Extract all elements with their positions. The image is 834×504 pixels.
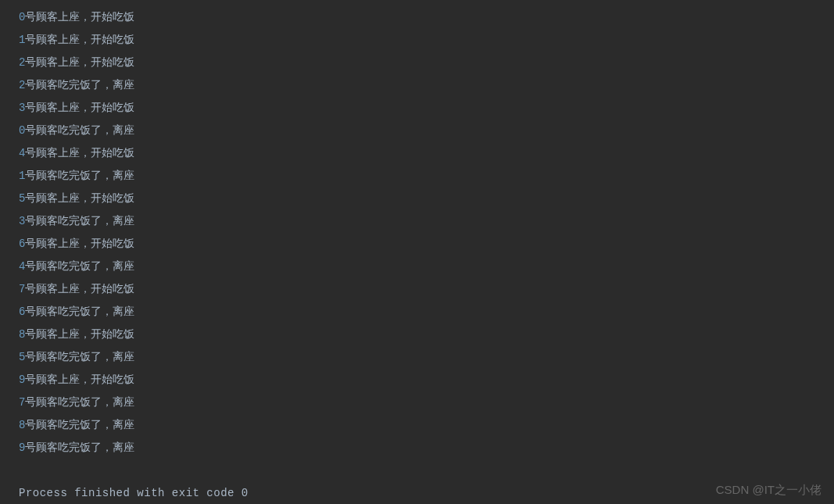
console-line: 9号顾客吃完饭了，离座 (19, 437, 834, 459)
console-line: 1号顾客吃完饭了，离座 (19, 165, 834, 188)
line-text: 号顾客上座，开始吃饭 (25, 56, 134, 69)
line-text: 号顾客吃完饭了，离座 (25, 260, 134, 273)
line-text: 号顾客吃完饭了，离座 (25, 306, 134, 318)
line-text: 号顾客吃完饭了，离座 (25, 79, 134, 91)
console-line: 5号顾客吃完饭了，离座 (19, 346, 834, 369)
line-text: 号顾客吃完饭了，离座 (25, 441, 134, 454)
line-text: 号顾客上座，开始吃饭 (25, 238, 134, 250)
console-line: 0号顾客吃完饭了，离座 (19, 120, 834, 142)
line-text: 号顾客上座，开始吃饭 (25, 328, 134, 341)
console-line: 2号顾客上座，开始吃饭 (19, 52, 834, 74)
console-line: 6号顾客吃完饭了，离座 (19, 301, 834, 323)
line-text: 号顾客上座，开始吃饭 (25, 147, 134, 159)
console-output: 0号顾客上座，开始吃饭1号顾客上座，开始吃饭2号顾客上座，开始吃饭2号顾客吃完饭… (19, 6, 834, 459)
line-text: 号顾客吃完饭了，离座 (25, 170, 134, 182)
line-text: 号顾客上座，开始吃饭 (25, 374, 134, 386)
line-text: 号顾客吃完饭了，离座 (25, 419, 134, 431)
line-text: 号顾客吃完饭了，离座 (25, 124, 134, 137)
console-line: 7号顾客吃完饭了，离座 (19, 391, 834, 414)
console-line: 4号顾客吃完饭了，离座 (19, 256, 834, 278)
console-line: 8号顾客上座，开始吃饭 (19, 323, 834, 346)
line-text: 号顾客上座，开始吃饭 (25, 283, 134, 295)
console-line: 9号顾客上座，开始吃饭 (19, 369, 834, 391)
console-line: 7号顾客上座，开始吃饭 (19, 278, 834, 301)
watermark-text: CSDN @IT之一小佬 (716, 483, 821, 498)
line-text: 号顾客上座，开始吃饭 (25, 102, 134, 114)
console-line: 8号顾客吃完饭了，离座 (19, 414, 834, 437)
console-line: 3号顾客吃完饭了，离座 (19, 210, 834, 233)
console-line: 3号顾客上座，开始吃饭 (19, 97, 834, 120)
console-line: 2号顾客吃完饭了，离座 (19, 74, 834, 97)
line-text: 号顾客吃完饭了，离座 (25, 215, 134, 227)
line-text: 号顾客上座，开始吃饭 (25, 34, 134, 46)
console-line: 0号顾客上座，开始吃饭 (19, 6, 834, 29)
console-line: 4号顾客上座，开始吃饭 (19, 142, 834, 165)
line-text: 号顾客吃完饭了，离座 (25, 351, 134, 363)
line-text: 号顾客上座，开始吃饭 (25, 192, 134, 205)
process-exit-message: Process finished with exit code 0 (19, 482, 834, 504)
line-text: 号顾客吃完饭了，离座 (25, 396, 134, 409)
console-line: 1号顾客上座，开始吃饭 (19, 29, 834, 52)
console-line: 6号顾客上座，开始吃饭 (19, 233, 834, 256)
console-line: 5号顾客上座，开始吃饭 (19, 188, 834, 210)
line-text: 号顾客上座，开始吃饭 (25, 11, 134, 23)
